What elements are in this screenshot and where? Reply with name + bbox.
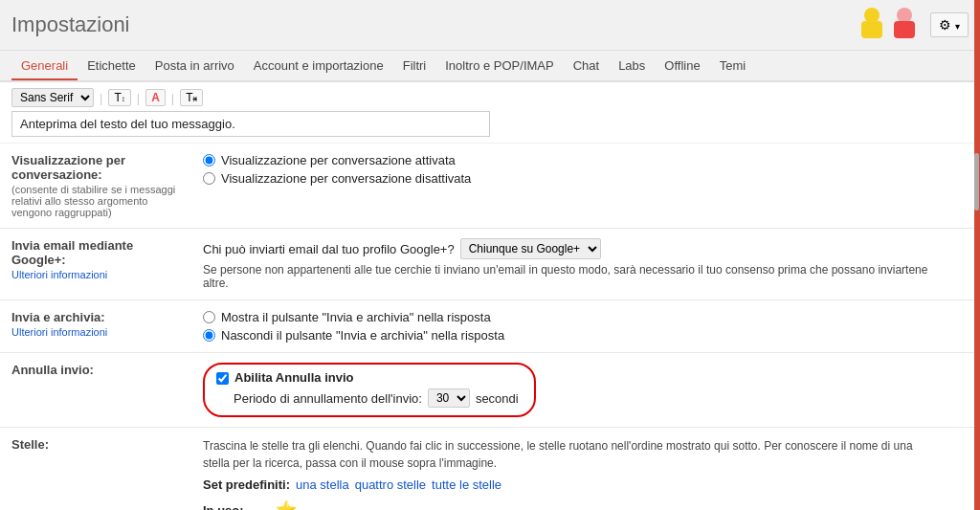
period-select[interactable]: 5 10 20 30	[428, 388, 470, 408]
google-plus-dropdown[interactable]: Chiunque su Google+	[460, 238, 601, 259]
nav-tab-generali[interactable]: Generali	[11, 51, 78, 80]
gear-arrow-icon: ▾	[955, 21, 960, 32]
nav-tab-filtri[interactable]: Filtri	[393, 51, 436, 80]
control-visualizzazione: Visualizzazione per conversazione attiva…	[191, 144, 980, 229]
label-visualizzazione: Visualizzazione per conversazione: (cons…	[0, 144, 191, 229]
header: Impostazioni ⚙ ▾	[0, 0, 980, 51]
nav-tab-account_importazione[interactable]: Account e importazione	[244, 51, 393, 80]
nav-tab-chat[interactable]: Chat	[564, 51, 609, 80]
row-annulla-invio: Annulla invio: Abilita Annulla invio Per…	[0, 353, 980, 428]
font-toolbar-row: Sans Serif | T↕ | A | Tx Anteprima del t…	[0, 82, 980, 144]
gear-icon: ⚙	[939, 17, 951, 33]
label-stelle: Stelle:	[0, 428, 191, 511]
preview-box: Anteprima del testo del tuo messaggio.	[11, 111, 490, 137]
set-predefiniti-row: Set predefiniti: una stella quattro stel…	[203, 477, 969, 492]
gear-button[interactable]: ⚙ ▾	[930, 12, 969, 37]
font-select[interactable]: Sans Serif	[11, 88, 94, 107]
radio-mostra-pulsante[interactable]: Mostra il pulsante "Invia e archivia" ne…	[203, 310, 969, 324]
control-annulla-invio: Abilita Annulla invio Periodo di annulla…	[191, 353, 980, 428]
link-invia-email-info[interactable]: Ulteriori informazioni	[11, 269, 107, 280]
star-in-uso: ⭐	[276, 499, 297, 510]
nav-tab-posta_in_arrivo[interactable]: Posta in arrivo	[145, 51, 244, 80]
radio-vis-disattiva[interactable]: Visualizzazione per conversazione disatt…	[203, 171, 969, 186]
row-stelle: Stelle: Trascina le stelle tra gli elenc…	[0, 428, 980, 511]
una-stella-link[interactable]: una stella	[296, 477, 349, 492]
in-uso-label: In uso:	[203, 503, 270, 511]
settings-table: Visualizzazione per conversazione: (cons…	[0, 144, 980, 510]
toolbar-sep1: |	[100, 91, 102, 105]
font-size-button[interactable]: T↕	[108, 89, 130, 106]
nav-tab-bar: GeneraliEtichettePosta in arrivoAccount …	[0, 51, 980, 82]
scrollbar-thumb[interactable]	[974, 153, 979, 211]
set-predefiniti-label: Set predefiniti:	[203, 477, 290, 492]
mascot-yellow	[858, 8, 886, 42]
nav-tabs	[142, 0, 858, 50]
label-invia-archivia: Invia e archivia: Ulteriori informazioni	[0, 300, 191, 353]
control-invia-email: Chi può inviarti email dal tuo profilo G…	[191, 229, 980, 300]
visualizzazione-radio-group: Visualizzazione per conversazione attiva…	[203, 153, 969, 186]
header-left: Impostazioni	[11, 0, 142, 50]
period-unit: secondi	[476, 391, 519, 406]
font-color-button[interactable]: A	[145, 89, 166, 106]
period-label: Periodo di annullamento dell'invio:	[234, 391, 422, 406]
mascot-red	[890, 8, 919, 42]
link-invia-archivia-info[interactable]: Ulteriori informazioni	[11, 326, 107, 338]
label-invia-email: Invia email mediante Google+: Ulteriori …	[0, 229, 191, 300]
nav-tab-etichette[interactable]: Etichette	[78, 51, 145, 80]
row-invia-email: Invia email mediante Google+: Ulteriori …	[0, 229, 980, 300]
annulla-invio-highlight: Abilita Annulla invio Periodo di annulla…	[203, 363, 536, 417]
clear-format-button[interactable]: Tx	[180, 89, 203, 106]
control-invia-archivia: Mostra il pulsante "Invia e archivia" ne…	[191, 300, 980, 353]
invia-email-desc: Se persone non appartenenti alle tue cer…	[203, 263, 930, 290]
page-title: Impostazioni	[11, 12, 130, 37]
label-annulla-invio: Annulla invio:	[0, 353, 191, 428]
control-stelle: Trascina le stelle tra gli elenchi. Quan…	[191, 428, 980, 511]
radio-nascondi-pulsante[interactable]: Nascondi il pulsante "Invia e archivia" …	[203, 328, 969, 343]
in-uso-row: In uso: ⭐	[203, 499, 969, 510]
row-invia-archivia: Invia e archivia: Ulteriori informazioni…	[0, 300, 980, 353]
abilita-annulla-checkbox[interactable]	[216, 372, 229, 385]
tutte-stelle-link[interactable]: tutte le stelle	[432, 477, 501, 492]
toolbar-sep2: |	[137, 91, 140, 105]
abilita-annulla-label: Abilita Annulla invio	[234, 370, 353, 385]
abilita-annulla-check-item: Abilita Annulla invio	[216, 370, 519, 385]
toolbar-sep3: |	[171, 91, 174, 105]
row-visualizzazione: Visualizzazione per conversazione: (cons…	[0, 144, 980, 229]
invia-archivia-radio-group: Mostra il pulsante "Invia e archivia" ne…	[203, 310, 969, 343]
radio-vis-attiva[interactable]: Visualizzazione per conversazione attiva…	[203, 153, 969, 167]
period-row: Periodo di annullamento dell'invio: 5 10…	[234, 388, 519, 408]
main-content: Sans Serif | T↕ | A | Tx Anteprima del t…	[0, 82, 980, 510]
quattro-stelle-link[interactable]: quattro stelle	[355, 477, 426, 492]
nav-tab-labs[interactable]: Labs	[609, 51, 655, 80]
nav-tab-offline[interactable]: Offline	[655, 51, 709, 80]
nav-tab-inoltro_pop[interactable]: Inoltro e POP/IMAP	[435, 51, 563, 80]
red-sidebar	[974, 0, 980, 510]
stelle-desc: Trascina le stelle tra gli elenchi. Quan…	[203, 437, 930, 472]
nav-tab-temi[interactable]: Temi	[710, 51, 755, 80]
header-right-icons: ⚙ ▾	[858, 0, 969, 50]
